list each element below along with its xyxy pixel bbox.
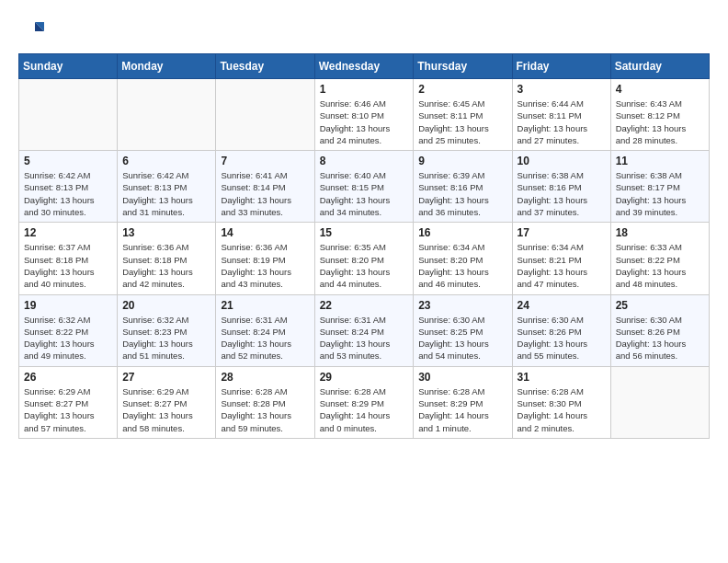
day-info: Sunrise: 6:44 AM Sunset: 8:11 PM Dayligh…: [518, 98, 606, 146]
day-number: 30: [418, 371, 506, 384]
calendar-day-cell: 13Sunrise: 6:36 AM Sunset: 8:18 PM Dayli…: [118, 223, 216, 294]
day-number: 22: [320, 299, 409, 312]
day-number: 29: [320, 371, 409, 384]
day-number: 20: [122, 299, 210, 312]
day-number: 8: [320, 155, 409, 167]
calendar-day-cell: 28Sunrise: 6:28 AM Sunset: 8:28 PM Dayli…: [216, 366, 314, 438]
calendar-day-cell: 18Sunrise: 6:33 AM Sunset: 8:22 PM Dayli…: [610, 223, 709, 294]
calendar-day-cell: 21Sunrise: 6:31 AM Sunset: 8:24 PM Dayli…: [216, 294, 314, 366]
day-number: 25: [616, 299, 704, 312]
day-number: 23: [418, 299, 506, 312]
calendar-day-cell: 6Sunrise: 6:42 AM Sunset: 8:13 PM Daylig…: [118, 151, 216, 223]
calendar-day-cell: 20Sunrise: 6:32 AM Sunset: 8:23 PM Dayli…: [118, 294, 216, 366]
calendar-body: 1Sunrise: 6:46 AM Sunset: 8:10 PM Daylig…: [19, 79, 710, 439]
day-info: Sunrise: 6:45 AM Sunset: 8:11 PM Dayligh…: [418, 98, 506, 146]
calendar-day-cell: 11Sunrise: 6:38 AM Sunset: 8:17 PM Dayli…: [610, 151, 709, 223]
calendar-day-cell: 2Sunrise: 6:45 AM Sunset: 8:11 PM Daylig…: [414, 79, 512, 151]
day-number: 13: [122, 226, 210, 239]
day-info: Sunrise: 6:30 AM Sunset: 8:26 PM Dayligh…: [616, 314, 704, 362]
calendar-day-cell: 27Sunrise: 6:29 AM Sunset: 8:27 PM Dayli…: [118, 366, 216, 438]
day-info: Sunrise: 6:34 AM Sunset: 8:21 PM Dayligh…: [518, 241, 606, 290]
day-info: Sunrise: 6:31 AM Sunset: 8:24 PM Dayligh…: [221, 314, 309, 362]
day-number: 31: [518, 371, 606, 384]
day-number: 17: [518, 226, 606, 239]
day-of-week-header: Monday: [118, 54, 216, 79]
day-info: Sunrise: 6:30 AM Sunset: 8:25 PM Dayligh…: [418, 314, 506, 362]
calendar-day-cell: 16Sunrise: 6:34 AM Sunset: 8:20 PM Dayli…: [414, 223, 512, 294]
day-of-week-header: Saturday: [610, 54, 709, 79]
calendar-day-cell: 31Sunrise: 6:28 AM Sunset: 8:30 PM Dayli…: [512, 366, 610, 438]
day-number: 26: [24, 371, 112, 384]
generalblue-logo-icon: [18, 18, 44, 44]
day-info: Sunrise: 6:37 AM Sunset: 8:18 PM Dayligh…: [24, 241, 112, 290]
day-of-week-header: Tuesday: [216, 54, 314, 79]
calendar-day-cell: 30Sunrise: 6:28 AM Sunset: 8:29 PM Dayli…: [414, 366, 512, 438]
day-info: Sunrise: 6:34 AM Sunset: 8:20 PM Dayligh…: [418, 241, 506, 290]
calendar-day-cell: 17Sunrise: 6:34 AM Sunset: 8:21 PM Dayli…: [512, 223, 610, 294]
day-number: 15: [320, 226, 409, 239]
calendar-day-cell: 25Sunrise: 6:30 AM Sunset: 8:26 PM Dayli…: [610, 294, 709, 366]
day-info: Sunrise: 6:46 AM Sunset: 8:10 PM Dayligh…: [320, 98, 409, 146]
calendar-table: SundayMondayTuesdayWednesdayThursdayFrid…: [18, 53, 710, 439]
calendar-day-cell: [19, 79, 118, 151]
calendar-week-row: 5Sunrise: 6:42 AM Sunset: 8:13 PM Daylig…: [19, 151, 710, 223]
day-of-week-header: Wednesday: [314, 54, 414, 79]
day-info: Sunrise: 6:40 AM Sunset: 8:15 PM Dayligh…: [320, 169, 409, 218]
day-number: 7: [221, 155, 309, 167]
page-header: [18, 18, 710, 44]
calendar-day-cell: 10Sunrise: 6:38 AM Sunset: 8:16 PM Dayli…: [512, 151, 610, 223]
day-number: 11: [616, 155, 704, 167]
calendar-day-cell: 5Sunrise: 6:42 AM Sunset: 8:13 PM Daylig…: [19, 151, 118, 223]
calendar-day-cell: 26Sunrise: 6:29 AM Sunset: 8:27 PM Dayli…: [19, 366, 118, 438]
calendar-day-cell: 15Sunrise: 6:35 AM Sunset: 8:20 PM Dayli…: [314, 223, 414, 294]
calendar-day-cell: 23Sunrise: 6:30 AM Sunset: 8:25 PM Dayli…: [414, 294, 512, 366]
calendar-day-cell: 4Sunrise: 6:43 AM Sunset: 8:12 PM Daylig…: [610, 79, 709, 151]
day-number: 12: [24, 226, 112, 239]
days-of-week-row: SundayMondayTuesdayWednesdayThursdayFrid…: [19, 54, 710, 79]
day-info: Sunrise: 6:28 AM Sunset: 8:28 PM Dayligh…: [221, 385, 309, 434]
day-info: Sunrise: 6:32 AM Sunset: 8:22 PM Dayligh…: [24, 314, 112, 362]
day-number: 5: [24, 155, 112, 167]
day-number: 3: [518, 83, 606, 96]
day-info: Sunrise: 6:28 AM Sunset: 8:29 PM Dayligh…: [320, 385, 409, 434]
calendar-day-cell: [118, 79, 216, 151]
calendar-day-cell: 9Sunrise: 6:39 AM Sunset: 8:16 PM Daylig…: [414, 151, 512, 223]
day-number: 6: [122, 155, 210, 167]
logo: [18, 18, 48, 44]
day-info: Sunrise: 6:29 AM Sunset: 8:27 PM Dayligh…: [122, 385, 210, 434]
calendar-header: SundayMondayTuesdayWednesdayThursdayFrid…: [19, 54, 710, 79]
day-number: 1: [320, 83, 409, 96]
day-info: Sunrise: 6:41 AM Sunset: 8:14 PM Dayligh…: [221, 169, 309, 218]
calendar-day-cell: 8Sunrise: 6:40 AM Sunset: 8:15 PM Daylig…: [314, 151, 414, 223]
day-number: 2: [418, 83, 506, 96]
day-of-week-header: Sunday: [19, 54, 118, 79]
calendar-day-cell: 29Sunrise: 6:28 AM Sunset: 8:29 PM Dayli…: [314, 366, 414, 438]
day-number: 19: [24, 299, 112, 312]
day-info: Sunrise: 6:36 AM Sunset: 8:18 PM Dayligh…: [122, 241, 210, 290]
calendar-day-cell: 24Sunrise: 6:30 AM Sunset: 8:26 PM Dayli…: [512, 294, 610, 366]
day-info: Sunrise: 6:36 AM Sunset: 8:19 PM Dayligh…: [221, 241, 309, 290]
day-number: 21: [221, 299, 309, 312]
calendar-day-cell: 22Sunrise: 6:31 AM Sunset: 8:24 PM Dayli…: [314, 294, 414, 366]
day-info: Sunrise: 6:42 AM Sunset: 8:13 PM Dayligh…: [24, 169, 112, 218]
day-info: Sunrise: 6:42 AM Sunset: 8:13 PM Dayligh…: [122, 169, 210, 218]
calendar-week-row: 26Sunrise: 6:29 AM Sunset: 8:27 PM Dayli…: [19, 366, 710, 438]
day-info: Sunrise: 6:35 AM Sunset: 8:20 PM Dayligh…: [320, 241, 409, 290]
day-info: Sunrise: 6:28 AM Sunset: 8:30 PM Dayligh…: [518, 385, 606, 434]
day-of-week-header: Thursday: [414, 54, 512, 79]
day-number: 24: [518, 299, 606, 312]
calendar-day-cell: 12Sunrise: 6:37 AM Sunset: 8:18 PM Dayli…: [19, 223, 118, 294]
day-info: Sunrise: 6:31 AM Sunset: 8:24 PM Dayligh…: [320, 314, 409, 362]
day-number: 9: [418, 155, 506, 167]
day-number: 16: [418, 226, 506, 239]
day-number: 28: [221, 371, 309, 384]
calendar-day-cell: 14Sunrise: 6:36 AM Sunset: 8:19 PM Dayli…: [216, 223, 314, 294]
day-info: Sunrise: 6:33 AM Sunset: 8:22 PM Dayligh…: [616, 241, 704, 290]
day-number: 4: [616, 83, 704, 96]
calendar-day-cell: 3Sunrise: 6:44 AM Sunset: 8:11 PM Daylig…: [512, 79, 610, 151]
day-info: Sunrise: 6:32 AM Sunset: 8:23 PM Dayligh…: [122, 314, 210, 362]
calendar-day-cell: 7Sunrise: 6:41 AM Sunset: 8:14 PM Daylig…: [216, 151, 314, 223]
day-number: 27: [122, 371, 210, 384]
day-of-week-header: Friday: [512, 54, 610, 79]
day-number: 14: [221, 226, 309, 239]
